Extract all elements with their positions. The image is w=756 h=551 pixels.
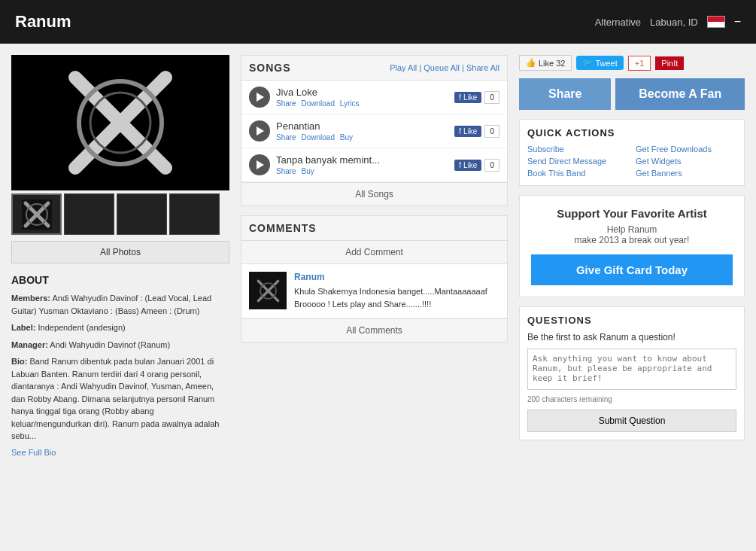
song-title-1: Jiva Loke (276, 87, 448, 98)
label-value: Independent (andesign) (38, 323, 125, 332)
header-right: Alternative Labuan, ID − (595, 15, 741, 29)
gift-card-section: Support Your Favorite Artist Help Ranum … (519, 195, 745, 297)
song-row-2: Penantian Share Download Buy f Like 0 (241, 114, 507, 148)
gplus-button[interactable]: +1 (628, 56, 651, 71)
fb-like-3: f Like 0 (454, 159, 499, 172)
thumbnail-4[interactable] (169, 193, 220, 235)
site-title: Ranum (15, 12, 71, 32)
commenter-name-1[interactable]: Ranum (294, 272, 499, 282)
artist-image (11, 55, 229, 190)
share-all-link[interactable]: Share All (466, 63, 499, 72)
comments-section: COMMENTS Add Comment Ranum Khula Shakern… (241, 215, 508, 342)
thumb-up-icon: 👍 (526, 58, 536, 68)
see-full-bio-link[interactable]: See Full Bio (11, 448, 56, 457)
free-downloads-link[interactable]: Get Free Downloads (636, 145, 736, 154)
comments-title: COMMENTS (249, 222, 499, 234)
songs-links: Play All | Queue All | Share All (390, 63, 499, 72)
header: Ranum Alternative Labuan, ID − (0, 0, 756, 44)
members-label: Members: (11, 294, 50, 303)
direct-message-link[interactable]: Send Direct Message (527, 157, 628, 166)
fb-like-btn-1[interactable]: f Like (454, 92, 481, 103)
fb-like-btn-2[interactable]: f Like (454, 126, 481, 137)
dash-icon: − (734, 15, 741, 29)
song2-buy[interactable]: Buy (340, 133, 353, 142)
add-comment-button[interactable]: Add Comment (241, 241, 507, 264)
quick-actions-title: QUICK ACTIONS (527, 127, 736, 139)
thumb1-svg (22, 199, 52, 230)
like-widget[interactable]: 👍 Like 32 (519, 55, 572, 71)
thumbnail-1[interactable] (11, 193, 62, 235)
gift-card-button[interactable]: Give Gift Card Today (531, 254, 733, 285)
all-photos-button[interactable]: All Photos (11, 241, 229, 263)
country-flag (707, 16, 725, 28)
song-actions-1: Share Download Lyrics (276, 99, 448, 108)
fb-like-2: f Like 0 (454, 125, 499, 138)
quick-actions-section: QUICK ACTIONS Subscribe Get Free Downloa… (519, 119, 745, 186)
submit-question-button[interactable]: Submit Question (527, 409, 736, 432)
center-column: SONGS Play All | Queue All | Share All J… (241, 55, 508, 458)
thumbnail-3[interactable] (117, 193, 167, 235)
song-title-2: Penantian (276, 120, 448, 132)
song3-buy[interactable]: Buy (301, 167, 314, 175)
song2-download[interactable]: Download (301, 133, 334, 142)
members-info: Members: Andi Wahyudin Davinof : (Lead V… (11, 292, 229, 317)
social-buttons: 👍 Like 32 🐦 Tweet +1 PinIt (519, 55, 745, 71)
all-songs-button[interactable]: All Songs (241, 182, 507, 205)
manager-label: Manager: (11, 340, 48, 349)
song2-like-count: 0 (484, 125, 499, 138)
subscribe-link[interactable]: Subscribe (527, 145, 628, 154)
label-info: Label: Independent (andesign) (11, 321, 229, 334)
commenter-avatar-svg-1 (255, 278, 281, 304)
fb-like-btn-3[interactable]: f Like (454, 160, 481, 171)
pinterest-button[interactable]: PinIt (655, 56, 684, 70)
manager-value: Andi Wahyudin Davinof (Ranum) (50, 340, 170, 349)
song-row-3: Tanpa banyak memint... Share Buy f Like … (241, 148, 507, 182)
play-all-link[interactable]: Play All (390, 63, 417, 72)
left-column: All Photos ABOUT Members: Andi Wahyudin … (11, 55, 229, 458)
song3-like-count: 0 (484, 159, 499, 172)
song3-share[interactable]: Share (276, 167, 296, 175)
bio-text: Band Ranum dibentuk pada bulan Januari 2… (11, 357, 219, 440)
song-row-1: Jiva Loke Share Download Lyrics f Like 0 (241, 81, 507, 114)
about-section: ABOUT Members: Andi Wahyudin Davinof : (… (11, 274, 229, 458)
commenter-avatar-1 (249, 272, 287, 309)
gplus-label: +1 (635, 59, 645, 68)
song-title-3: Tanpa banyak memint... (276, 154, 448, 166)
about-title: ABOUT (11, 274, 229, 286)
become-fan-button[interactable]: Become A Fan (615, 78, 745, 110)
queue-all-link[interactable]: Queue All (424, 63, 460, 72)
tweet-button[interactable]: 🐦 Tweet (576, 56, 623, 70)
song1-download[interactable]: Download (301, 99, 334, 108)
play-button-3[interactable] (249, 154, 270, 175)
song-info-2: Penantian Share Download Buy (276, 120, 448, 142)
share-button[interactable]: Share (519, 78, 611, 110)
get-banners-link[interactable]: Get Banners (636, 169, 736, 178)
play-button-2[interactable] (249, 120, 270, 142)
action-buttons: Share Become A Fan (519, 78, 745, 110)
play-button-1[interactable] (249, 87, 270, 108)
thumbnail-2[interactable] (64, 193, 114, 235)
song1-share[interactable]: Share (276, 99, 296, 108)
song-actions-3: Share Buy (276, 167, 448, 175)
get-widgets-link[interactable]: Get Widgets (636, 157, 736, 166)
comment-content-1: Ranum Khula Shakernya Indonesia banget..… (294, 272, 499, 310)
songs-title: SONGS (249, 62, 291, 74)
gift-card-title: Support Your Favorite Artist (531, 207, 733, 220)
comment-text-1: Khula Shakernya Indonesia banget.....Man… (294, 285, 499, 310)
right-column: 👍 Like 32 🐦 Tweet +1 PinIt Share Become … (519, 55, 745, 458)
song2-share[interactable]: Share (276, 133, 296, 142)
comment-item-1: Ranum Khula Shakernya Indonesia banget..… (241, 264, 507, 318)
all-comments-button[interactable]: All Comments (241, 318, 507, 342)
bio-label: Bio: (11, 357, 27, 366)
like-count: 32 (556, 59, 565, 68)
songs-section: SONGS Play All | Queue All | Share All J… (241, 55, 508, 206)
book-band-link[interactable]: Book This Band (527, 169, 628, 178)
song-actions-2: Share Download Buy (276, 133, 448, 142)
quick-actions-grid: Subscribe Get Free Downloads Send Direct… (527, 145, 736, 178)
question-textarea[interactable] (527, 349, 736, 390)
location-label: Labuan, ID (650, 17, 698, 28)
manager-info: Manager: Andi Wahyudin Davinof (Ranum) (11, 339, 229, 352)
label-label: Label: (11, 323, 35, 332)
song-info-3: Tanpa banyak memint... Share Buy (276, 154, 448, 175)
song1-lyrics[interactable]: Lyrics (340, 99, 360, 108)
